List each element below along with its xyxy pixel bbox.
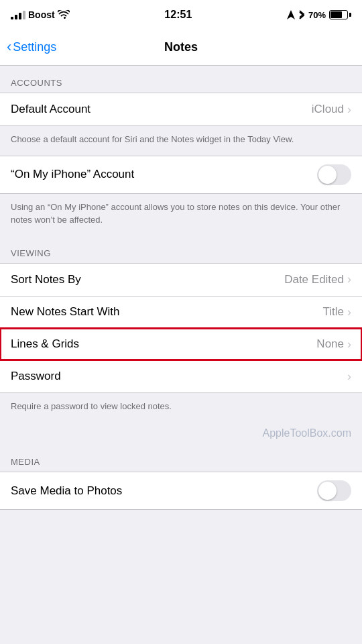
- toggle-knob: [318, 482, 337, 500]
- watermark: AppleToolBox.com: [0, 422, 362, 445]
- sort-notes-by-row[interactable]: Sort Notes By Date Edited ›: [0, 264, 362, 296]
- battery-icon: [329, 10, 351, 19]
- status-time: 12:51: [164, 9, 192, 21]
- save-media-to-photos-row[interactable]: Save Media to Photos: [0, 472, 362, 509]
- sort-notes-by-value: Date Edited ›: [284, 272, 351, 286]
- new-notes-start-with-value: Title ›: [323, 305, 352, 319]
- viewing-group: Sort Notes By Date Edited › New Notes St…: [0, 263, 362, 393]
- accounts-group: Default Account iCloud ›: [0, 93, 362, 126]
- status-bar: Boost 12:51 70%: [0, 0, 362, 30]
- accounts-section-header: ACCOUNTS: [0, 66, 362, 93]
- password-value: ›: [347, 370, 351, 384]
- lines-grids-row[interactable]: Lines & Grids None ›: [0, 328, 362, 360]
- page-title: Notes: [164, 40, 198, 54]
- on-my-iphone-label: “On My iPhone” Account: [11, 168, 134, 181]
- viewing-section-header: VIEWING: [0, 236, 362, 263]
- wifi-icon: [58, 10, 70, 19]
- default-account-row[interactable]: Default Account iCloud ›: [0, 93, 362, 125]
- back-button[interactable]: ‹ Settings: [7, 40, 56, 54]
- battery-percent: 70%: [308, 10, 326, 20]
- back-chevron-icon: ‹: [7, 40, 11, 54]
- signal-icon: [11, 11, 25, 19]
- media-section-header: MEDIA: [0, 445, 362, 472]
- location-icon: [287, 10, 295, 19]
- media-group: Save Media to Photos: [0, 472, 362, 510]
- status-left: Boost: [11, 9, 70, 20]
- default-account-label: Default Account: [11, 103, 90, 116]
- on-my-iphone-toggle[interactable]: [317, 164, 351, 185]
- lines-grids-value: None ›: [316, 337, 351, 352]
- chevron-icon: ›: [347, 103, 351, 117]
- chevron-icon: ›: [347, 272, 351, 286]
- default-account-desc: Choose a default account for Siri and th…: [0, 126, 362, 156]
- lines-grids-label: Lines & Grids: [11, 337, 79, 351]
- svg-marker-0: [287, 10, 295, 19]
- carrier-label: Boost: [28, 9, 55, 20]
- chevron-icon: ›: [347, 305, 351, 319]
- password-row[interactable]: Password ›: [0, 360, 362, 392]
- password-desc: Require a password to view locked notes.: [0, 393, 362, 423]
- bluetooth-icon: [298, 10, 305, 19]
- on-my-iphone-desc: Using an “On My iPhone” account allows y…: [0, 194, 362, 236]
- password-label: Password: [11, 370, 61, 383]
- on-my-iphone-group: “On My iPhone” Account: [0, 156, 362, 194]
- chevron-icon: ›: [347, 337, 351, 352]
- new-notes-start-with-label: New Notes Start With: [11, 305, 120, 319]
- save-media-to-photos-toggle[interactable]: [317, 480, 351, 501]
- save-media-to-photos-label: Save Media to Photos: [11, 484, 122, 498]
- default-account-value: iCloud ›: [312, 103, 351, 117]
- sort-notes-by-label: Sort Notes By: [11, 273, 81, 286]
- new-notes-start-with-row[interactable]: New Notes Start With Title ›: [0, 296, 362, 328]
- chevron-icon: ›: [347, 370, 351, 384]
- toggle-knob: [318, 166, 337, 184]
- status-right: 70%: [287, 10, 351, 20]
- nav-bar: ‹ Settings Notes: [0, 30, 362, 66]
- back-label: Settings: [13, 40, 56, 54]
- on-my-iphone-row[interactable]: “On My iPhone” Account: [0, 156, 362, 193]
